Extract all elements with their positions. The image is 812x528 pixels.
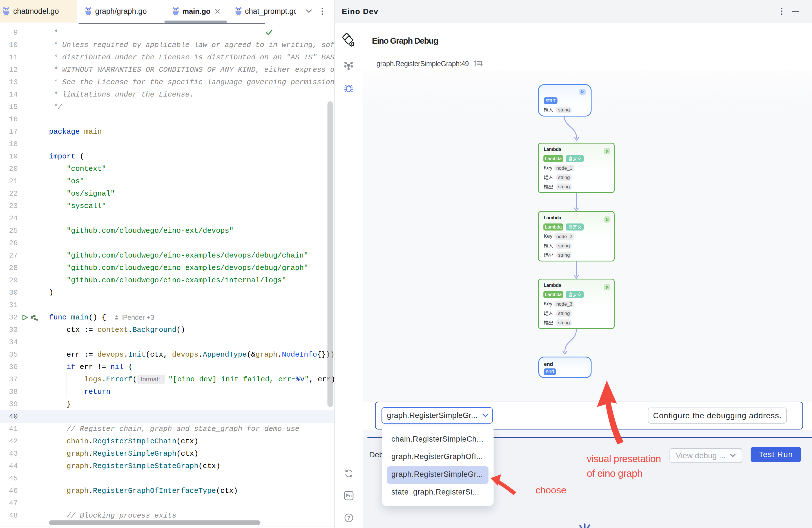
svg-text:En: En — [346, 494, 352, 498]
svg-text:?: ? — [347, 515, 350, 521]
